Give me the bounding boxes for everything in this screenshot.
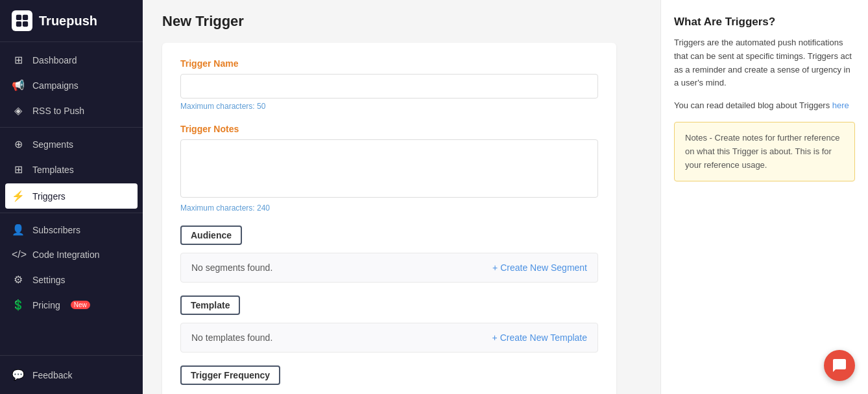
segments-icon: ⊕ bbox=[12, 138, 25, 150]
triggers-icon: ⚡ bbox=[12, 190, 25, 202]
sidebar-label-settings: Settings bbox=[32, 275, 66, 285]
sidebar-label-code: Code Integration bbox=[32, 249, 100, 260]
campaigns-icon: 📢 bbox=[12, 79, 25, 91]
sidebar-label-subscribers: Subscribers bbox=[32, 225, 80, 235]
template-section: Template No templates found. + Create Ne… bbox=[180, 296, 598, 353]
trigger-notes-hint: Maximum characters: 240 bbox=[180, 203, 598, 213]
sidebar-item-dashboard[interactable]: ⊞ Dashboard bbox=[0, 47, 143, 73]
sidebar-item-feedback[interactable]: 💬 Feedback bbox=[0, 362, 143, 388]
audience-block: No segments found. + Create New Segment bbox=[180, 253, 598, 283]
svg-rect-2 bbox=[16, 21, 21, 27]
trigger-notes-group: Trigger Notes Maximum characters: 240 bbox=[180, 124, 598, 213]
rss-icon: ◈ bbox=[12, 104, 25, 117]
audience-section-header: Audience bbox=[180, 226, 242, 245]
pricing-badge: New bbox=[71, 301, 90, 309]
template-section-header: Template bbox=[180, 296, 240, 315]
main-inner: New Trigger Trigger Name Maximum charact… bbox=[143, 0, 868, 394]
panel-title: What Are Triggers? bbox=[674, 16, 855, 29]
sidebar-item-campaigns[interactable]: 📢 Campaigns bbox=[0, 73, 143, 98]
feedback-icon: 💬 bbox=[12, 369, 25, 381]
trigger-notes-label: Trigger Notes bbox=[180, 124, 598, 134]
panel-read-more: You can read detailed blog about Trigger… bbox=[674, 99, 855, 113]
sidebar-item-settings[interactable]: ⚙ Settings bbox=[0, 267, 143, 292]
sidebar-label-campaigns: Campaigns bbox=[32, 80, 78, 91]
audience-no-data: No segments found. bbox=[191, 262, 272, 273]
panel-description: Triggers are the automated push notifica… bbox=[674, 36, 855, 90]
sidebar-label-templates: Templates bbox=[32, 165, 74, 175]
sidebar-item-rss[interactable]: ◈ RSS to Push bbox=[0, 98, 143, 123]
trigger-name-input[interactable] bbox=[180, 74, 598, 98]
template-no-data: No templates found. bbox=[191, 332, 272, 343]
sidebar-item-segments[interactable]: ⊕ Segments bbox=[0, 132, 143, 157]
svg-rect-1 bbox=[23, 15, 28, 20]
sidebar-item-code-integration[interactable]: </> Code Integration bbox=[0, 242, 143, 267]
trigger-notes-input[interactable] bbox=[180, 139, 598, 198]
right-panel: What Are Triggers? Triggers are the auto… bbox=[660, 0, 868, 394]
panel-read-more-prefix: You can read detailed blog about Trigger… bbox=[674, 100, 832, 110]
page-title: New Trigger bbox=[162, 13, 641, 30]
trigger-name-label: Trigger Name bbox=[180, 58, 598, 69]
form-card: Trigger Name Maximum characters: 50 Trig… bbox=[162, 43, 616, 394]
sidebar-label-pricing: Pricing bbox=[32, 300, 60, 310]
sidebar-label-dashboard: Dashboard bbox=[32, 55, 77, 65]
trigger-frequency-section: Trigger Frequency Once Repeated Multi bbox=[180, 365, 598, 394]
pricing-icon: 💲 bbox=[12, 299, 25, 311]
main-content: New Trigger Trigger Name Maximum charact… bbox=[143, 0, 868, 394]
form-area: New Trigger Trigger Name Maximum charact… bbox=[143, 0, 660, 394]
chat-button[interactable] bbox=[824, 350, 855, 381]
panel-note-text: Notes - Create notes for further referen… bbox=[685, 133, 839, 170]
frequency-section-header: Trigger Frequency bbox=[180, 365, 280, 385]
sidebar-item-subscribers[interactable]: 👤 Subscribers bbox=[0, 217, 143, 242]
sidebar-item-triggers[interactable]: ⚡ Triggers bbox=[5, 183, 138, 209]
template-block: No templates found. + Create New Templat… bbox=[180, 323, 598, 353]
dashboard-icon: ⊞ bbox=[12, 54, 25, 66]
sidebar-logo: Truepush bbox=[0, 0, 143, 42]
settings-icon: ⚙ bbox=[12, 273, 25, 286]
create-template-link[interactable]: + Create New Template bbox=[492, 332, 587, 343]
sidebar-label-feedback: Feedback bbox=[32, 370, 72, 380]
audience-section: Audience No segments found. + Create New… bbox=[180, 226, 598, 283]
sidebar-footer: 💬 Feedback bbox=[0, 355, 143, 394]
sidebar-label-rss: RSS to Push bbox=[32, 106, 84, 116]
panel-desc-text: Triggers are the automated push notifica… bbox=[674, 38, 852, 87]
sidebar-label-triggers: Triggers bbox=[32, 191, 66, 202]
sidebar-item-templates[interactable]: ⊞ Templates bbox=[0, 157, 143, 182]
templates-icon: ⊞ bbox=[12, 163, 25, 176]
logo-icon bbox=[12, 10, 32, 31]
app-name: Truepush bbox=[39, 14, 97, 29]
panel-note-box: Notes - Create notes for further referen… bbox=[674, 122, 855, 181]
trigger-name-group: Trigger Name Maximum characters: 50 bbox=[180, 58, 598, 111]
subscribers-icon: 👤 bbox=[12, 224, 25, 236]
create-segment-link[interactable]: + Create New Segment bbox=[492, 262, 587, 273]
sidebar-item-pricing[interactable]: 💲 Pricing New bbox=[0, 292, 143, 318]
sidebar-nav: ⊞ Dashboard 📢 Campaigns ◈ RSS to Push ⊕ … bbox=[0, 42, 143, 355]
svg-rect-0 bbox=[16, 15, 21, 20]
panel-here-link[interactable]: here bbox=[832, 100, 849, 110]
svg-rect-3 bbox=[23, 21, 28, 27]
code-icon: </> bbox=[12, 249, 25, 261]
sidebar: Truepush ⊞ Dashboard 📢 Campaigns ◈ RSS t… bbox=[0, 0, 143, 394]
sidebar-label-segments: Segments bbox=[32, 139, 73, 150]
trigger-name-hint: Maximum characters: 50 bbox=[180, 102, 598, 111]
